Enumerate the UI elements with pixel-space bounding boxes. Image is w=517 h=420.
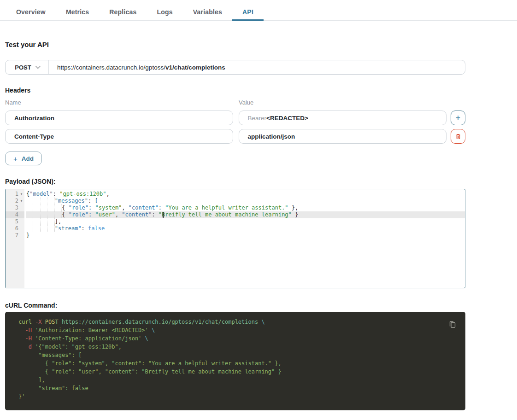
fold-arrow-icon xyxy=(18,225,24,232)
add-header-row-button[interactable]: + xyxy=(451,111,465,125)
line-number: 5 xyxy=(6,218,24,225)
header-row: Content-Typeapplication/json xyxy=(5,129,465,144)
tab-metrics[interactable]: Metrics xyxy=(56,4,99,21)
code-line: {"model": "gpt-oss:120b", xyxy=(26,191,465,198)
line-number: 6 xyxy=(6,225,24,232)
add-button-label: Add xyxy=(22,155,34,162)
url-input[interactable]: https://containers.datacrunch.io/gptoss/… xyxy=(49,60,465,74)
code-line: "stream": false xyxy=(26,225,465,232)
plus-icon: + xyxy=(456,114,461,122)
payload-editor[interactable]: 1▾2▾34567 {"model": "gpt-oss:120b", "mes… xyxy=(5,189,465,288)
curl-command-block: curl -X POST https://containers.datacrun… xyxy=(5,312,465,410)
delete-header-row-button[interactable] xyxy=(451,129,465,144)
tab-overview[interactable]: Overview xyxy=(6,4,56,21)
header-row: AuthorizationBearer <REDACTED>+ xyxy=(5,111,465,125)
trash-icon xyxy=(455,133,462,140)
fold-arrow-icon[interactable]: ▾ xyxy=(18,191,24,198)
header-name-input[interactable]: Content-Type xyxy=(5,129,233,144)
url-base: https://containers.datacrunch.io/gptoss/ xyxy=(57,64,165,71)
tab-logs[interactable]: Logs xyxy=(147,4,182,21)
chevron-down-icon xyxy=(35,63,40,68)
line-number: 3 xyxy=(6,204,24,211)
code-line: { "role": "user", "content": "Breifly te… xyxy=(26,211,465,218)
request-url-bar: POST https://containers.datacrunch.io/gp… xyxy=(5,60,465,75)
header-value-input[interactable]: application/json xyxy=(239,129,447,144)
line-number: 7 xyxy=(6,232,24,239)
code-line: { "role": "system", "content": "You are … xyxy=(26,204,465,211)
name-column-label: Name xyxy=(5,99,239,106)
page-title: Test your API xyxy=(5,41,465,48)
value-column-label: Value xyxy=(239,99,253,106)
tab-variables[interactable]: Variables xyxy=(183,4,232,21)
tab-replicas[interactable]: Replicas xyxy=(99,4,147,21)
add-header-button[interactable]: + Add xyxy=(5,152,42,165)
tab-bar: OverviewMetricsReplicasLogsVariablesAPI xyxy=(0,0,517,21)
header-value-input[interactable]: Bearer <REDACTED> xyxy=(239,111,447,125)
fold-arrow-icon xyxy=(18,218,24,225)
header-rows: AuthorizationBearer <REDACTED>+Content-T… xyxy=(5,111,465,144)
copy-icon xyxy=(448,320,457,329)
curl-command-text: curl -X POST https://containers.datacrun… xyxy=(18,318,456,401)
method-dropdown[interactable]: POST xyxy=(6,60,49,74)
copy-button[interactable] xyxy=(447,320,458,330)
line-number: 2▾ xyxy=(6,198,24,204)
code-line: "messages": [ xyxy=(26,198,465,204)
headers-section-title: Headers xyxy=(5,87,465,94)
line-number: 1▾ xyxy=(6,191,24,198)
editor-gutter: 1▾2▾34567 xyxy=(6,189,24,288)
plus-icon: + xyxy=(13,155,18,163)
header-column-labels: Name Value xyxy=(5,99,465,106)
code-line: ], xyxy=(26,218,465,225)
editor-code-area[interactable]: {"model": "gpt-oss:120b", "messages": [ … xyxy=(24,189,465,288)
payload-section-title: Payload (JSON): xyxy=(5,178,465,185)
text-cursor xyxy=(163,212,164,218)
fold-arrow-icon[interactable]: ▾ xyxy=(18,198,24,204)
fold-arrow-icon xyxy=(18,211,24,218)
api-panel: Test your API POST https://containers.da… xyxy=(5,41,465,410)
url-path: v1/chat/completions xyxy=(165,64,225,71)
fold-arrow-icon xyxy=(18,232,24,239)
line-number: 4 xyxy=(6,211,24,218)
curl-section-title: cURL Command: xyxy=(5,302,465,309)
method-value: POST xyxy=(15,64,31,71)
code-line: } xyxy=(26,232,465,239)
tab-api[interactable]: API xyxy=(232,4,264,21)
fold-arrow-icon xyxy=(18,204,24,211)
header-name-input[interactable]: Authorization xyxy=(5,111,233,125)
